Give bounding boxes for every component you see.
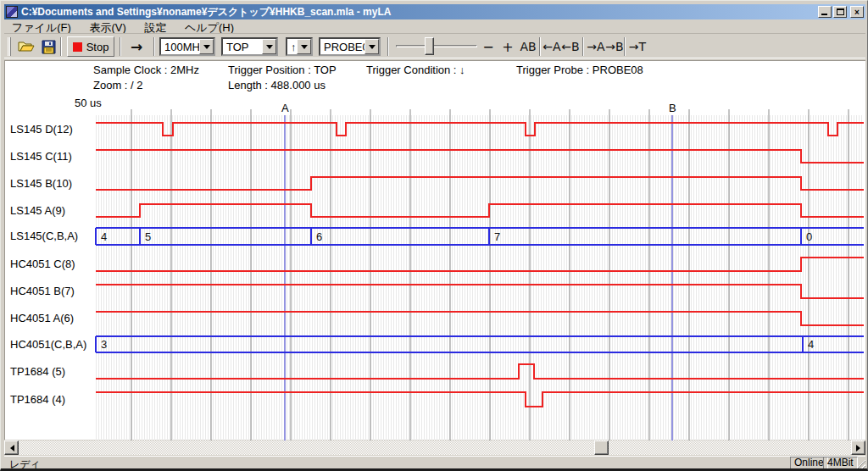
zoom-ab-button[interactable]: AB (516, 37, 540, 56)
grid-area (96, 115, 864, 441)
chevron-down-icon[interactable] (364, 39, 379, 54)
timebase-label: 50 us (75, 97, 102, 109)
maximize-icon (837, 8, 844, 15)
channel-label[interactable]: HC4051 C(8) (10, 258, 75, 270)
trigger-position-select[interactable]: TOP (221, 37, 278, 56)
horizontal-scrollbar[interactable] (4, 441, 865, 455)
folder-open-icon (18, 40, 35, 53)
probe-select[interactable]: PROBE00 (319, 37, 381, 56)
slider-track[interactable] (396, 45, 477, 47)
chevron-down-icon[interactable] (297, 39, 311, 54)
online-badge: Online (790, 457, 828, 469)
length-text: Length : 488.000 us (228, 79, 326, 91)
chevron-down-icon[interactable] (199, 39, 214, 54)
status-bar: レディ Online 4MBit (4, 456, 865, 469)
zoom-slider[interactable] (396, 37, 477, 56)
waveform-panel: Sample Clock : 2MHz Trigger Position : T… (4, 60, 865, 440)
trigger-edge-select[interactable]: ↑ (286, 37, 313, 56)
channel-label[interactable]: HC4051 B(7) (10, 285, 75, 297)
stop-label: Stop (86, 41, 109, 53)
goto-trigger-button[interactable]: →T (627, 37, 648, 56)
zoom-text: Zoom : / 2 (93, 79, 143, 91)
save-button[interactable] (38, 37, 58, 56)
menu-bar: ファイル(F) 表示(V) 設定 ヘルプ(H) (4, 19, 865, 33)
scroll-left-button[interactable] (4, 441, 19, 455)
arrow-left-icon (7, 445, 14, 452)
channel-label[interactable]: LS145 C(11) (10, 150, 72, 163)
trigger-position-value: TOP (226, 41, 249, 53)
zoom-in-button[interactable]: + (499, 37, 516, 56)
toolbar-grip (8, 37, 13, 56)
channel-label[interactable]: TP1684 (5) (10, 365, 65, 378)
channel-label[interactable]: HC4051 A(6) (10, 312, 74, 324)
chevron-down-icon[interactable] (262, 39, 276, 54)
channel-label[interactable]: LS145 D(12) (10, 123, 73, 136)
run-button[interactable]: → (125, 37, 148, 56)
window-title: C:¥Documents and Settings¥noname¥デスクトップ¥… (21, 5, 818, 19)
close-button[interactable]: × (850, 6, 864, 18)
trigger-condition-text: Trigger Condition : ↓ (366, 64, 465, 76)
minimize-icon (821, 14, 827, 15)
title-bar[interactable]: C:¥Documents and Settings¥noname¥デスクトップ¥… (4, 4, 865, 19)
toolbar-separator (539, 37, 541, 56)
channel-label[interactable]: TP1684 (4) (10, 393, 65, 406)
maximize-button[interactable] (833, 6, 847, 18)
set-marker-b-button[interactable]: →B (604, 37, 625, 56)
channel-label[interactable]: LS145 A(9) (10, 204, 65, 217)
app-window: C:¥Documents and Settings¥noname¥デスクトップ¥… (0, 0, 868, 471)
memory-badge: 4MBit (823, 457, 858, 469)
toolbar: Stop → 100MHz TOP ↑ PROBE00 − + AB (4, 33, 865, 58)
channel-label[interactable]: LS145(C,B,A) (10, 230, 78, 242)
sample-clock-text: Sample Clock : 2MHz (93, 64, 199, 76)
open-file-button[interactable] (16, 37, 36, 56)
close-icon: × (854, 8, 860, 17)
scroll-right-button[interactable] (851, 441, 865, 455)
trigger-probe-text: Trigger Probe : PROBE08 (516, 64, 643, 76)
goto-marker-b-button[interactable]: ←B (560, 37, 581, 56)
stop-icon (73, 42, 82, 52)
marker-letter-b[interactable]: B (669, 102, 676, 114)
slider-thumb[interactable] (425, 37, 434, 55)
channel-label[interactable]: LS145 B(10) (10, 177, 72, 190)
app-icon (6, 6, 18, 18)
channel-label[interactable]: HC4051(C,B,A) (10, 338, 86, 351)
toolbar-separator (387, 37, 389, 56)
stop-button[interactable]: Stop (67, 36, 114, 57)
toolbar-separator (624, 37, 626, 56)
toolbar-separator (582, 37, 584, 56)
window-controls: × (818, 6, 864, 18)
minimize-button[interactable] (818, 6, 832, 18)
marker-letter-a[interactable]: A (281, 102, 289, 114)
toolbar-separator (60, 37, 62, 56)
goto-marker-a-button[interactable]: ←A (542, 37, 562, 56)
scrollbar-thumb[interactable] (594, 441, 609, 455)
set-marker-a-button[interactable]: →A (586, 37, 606, 56)
trigger-position-text: Trigger Position : TOP (228, 64, 337, 76)
zoom-out-button[interactable]: − (479, 37, 498, 56)
toolbar-separator (120, 37, 121, 56)
trigger-edge-value: ↑ (291, 41, 297, 53)
status-text: レディ (9, 457, 41, 471)
arrow-right-icon (856, 445, 864, 452)
clock-select[interactable]: 100MHz (159, 37, 215, 56)
save-icon (42, 40, 56, 54)
toolbar-separator (153, 37, 155, 56)
